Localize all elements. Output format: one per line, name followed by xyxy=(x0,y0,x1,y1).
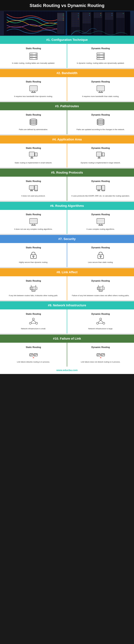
right-text-7: Less secure than static routing. xyxy=(88,261,113,264)
svg-line-139 xyxy=(31,285,32,287)
svg-rect-137 xyxy=(32,288,33,289)
svg-rect-17 xyxy=(72,18,79,20)
right-side-2: Dynamic Routing It requires more bandwid… xyxy=(67,77,134,101)
right-icon-8 xyxy=(96,284,105,292)
svg-rect-69 xyxy=(97,58,100,59)
svg-rect-31 xyxy=(83,20,91,22)
right-text-9: Network infrastructure is large. xyxy=(88,327,113,330)
left-side-10: Static Routing Link failure disturbs rou… xyxy=(0,343,67,367)
left-text-5: It does not used any protocol. xyxy=(22,194,45,197)
svg-line-140 xyxy=(35,285,36,287)
svg-rect-26 xyxy=(83,12,91,34)
left-icon-4 xyxy=(29,151,38,160)
section-header-8: #8. Link Affect xyxy=(0,268,134,276)
right-side-1: Dynamic Routing In dynamic routing, rout… xyxy=(67,44,134,68)
comparison-block-4: Static Routing Static routing is impleme… xyxy=(0,144,134,168)
svg-rect-104 xyxy=(29,186,34,189)
svg-point-159 xyxy=(36,322,38,324)
right-side-9: Dynamic Routing Network infrastructure i… xyxy=(67,310,134,334)
left-heading-5: Static Routing xyxy=(26,180,41,182)
svg-point-164 xyxy=(97,322,99,324)
svg-point-40 xyxy=(100,15,101,16)
svg-rect-54 xyxy=(30,53,33,54)
svg-point-67 xyxy=(103,56,104,56)
svg-rect-20 xyxy=(72,24,79,25)
svg-rect-38 xyxy=(94,16,102,18)
right-icon-3 xyxy=(96,118,105,126)
svg-rect-123 xyxy=(31,225,35,226)
right-icon-10 xyxy=(96,350,105,359)
right-side-8: Dynamic Routing Failure of any link betw… xyxy=(67,276,134,300)
svg-rect-66 xyxy=(97,56,100,57)
right-text-1: In dynamic routing, routing tables are d… xyxy=(77,62,124,64)
svg-rect-51 xyxy=(116,16,124,18)
left-side-9: Static Routing Network infrastructure is… xyxy=(0,310,67,334)
svg-line-167 xyxy=(101,320,103,322)
section-divider-4 xyxy=(0,168,134,168)
svg-rect-105 xyxy=(31,190,32,190)
svg-rect-184 xyxy=(102,354,103,356)
right-icon-1 xyxy=(96,52,105,60)
section-header-1: #1. Configuration Technique xyxy=(0,36,134,44)
svg-rect-50 xyxy=(116,14,124,16)
title-section: Static Routing vs Dynamic Routing xyxy=(0,0,134,10)
right-text-5: It uses protocols like EIGRP, ARP, etc. … xyxy=(72,194,130,197)
svg-rect-35 xyxy=(94,12,102,34)
left-heading-8: Static Routing xyxy=(26,280,41,282)
svg-rect-4 xyxy=(57,16,64,18)
right-side-4: Dynamic Routing Dynamic routing is imple… xyxy=(67,144,134,168)
section-divider-6 xyxy=(0,234,134,235)
svg-rect-78 xyxy=(99,92,103,93)
svg-rect-77 xyxy=(100,91,102,92)
left-text-2: It requires less bandwidth than dynamic … xyxy=(14,95,53,98)
section-divider-7 xyxy=(0,267,134,268)
right-side-10: Dynamic Routing Link failure does not di… xyxy=(67,343,134,367)
section-divider-1 xyxy=(0,68,134,69)
svg-point-70 xyxy=(103,58,104,59)
svg-rect-122 xyxy=(32,224,35,225)
svg-point-165 xyxy=(103,322,105,324)
right-side-3: Dynamic Routing Paths are updated accord… xyxy=(67,110,134,134)
svg-rect-117 xyxy=(102,190,105,190)
svg-point-157 xyxy=(32,318,34,320)
svg-rect-170 xyxy=(30,354,31,356)
svg-rect-14 xyxy=(72,13,79,14)
svg-point-11 xyxy=(63,20,63,20)
svg-rect-16 xyxy=(72,16,79,18)
comparison-block-9: Static Routing Network infrastructure is… xyxy=(0,310,134,334)
left-text-4: Static routing is implemented in small n… xyxy=(15,162,52,164)
svg-rect-74 xyxy=(31,92,35,93)
left-text-1: In static routing, routing tables are ma… xyxy=(12,62,55,64)
section-header-7: #7. Security xyxy=(0,235,134,243)
svg-rect-13 xyxy=(71,12,80,34)
section-header-3: #3. Paths/routes xyxy=(0,102,134,110)
comparison-block-2: Static Routing It requires less bandwidt… xyxy=(0,77,134,101)
svg-rect-181 xyxy=(99,354,100,355)
section-divider-2 xyxy=(0,101,134,102)
comparison-block-8: Static Routing If any link between route… xyxy=(0,276,134,300)
svg-rect-174 xyxy=(34,354,36,356)
svg-rect-57 xyxy=(30,56,33,57)
svg-rect-44 xyxy=(105,16,113,18)
right-heading-8: Dynamic Routing xyxy=(91,280,110,282)
left-icon-5 xyxy=(29,184,38,193)
svg-point-61 xyxy=(36,58,37,59)
svg-rect-134 xyxy=(100,256,101,258)
svg-rect-12 xyxy=(67,11,130,35)
left-heading-6: Static Routing xyxy=(26,213,41,216)
svg-rect-91 xyxy=(31,156,32,158)
comparison-block-7: Static Routing Highly secure than dynami… xyxy=(0,243,134,267)
svg-point-163 xyxy=(100,318,102,320)
svg-rect-73 xyxy=(32,91,35,92)
left-side-4: Static Routing Static routing is impleme… xyxy=(0,144,67,168)
svg-rect-116 xyxy=(102,186,105,190)
left-text-7: Highly secure than dynamic routing. xyxy=(19,261,48,264)
left-text-3: Paths are defined by administrative. xyxy=(19,128,48,131)
svg-rect-3 xyxy=(57,15,64,16)
svg-rect-0 xyxy=(4,11,66,35)
right-side-6: Dynamic Routing It uses complex routing … xyxy=(67,210,134,234)
right-heading-5: Dynamic Routing xyxy=(91,180,110,182)
svg-rect-95 xyxy=(35,156,37,156)
svg-rect-21 xyxy=(72,26,79,27)
right-text-6: It uses complex routing algorithms. xyxy=(87,228,115,230)
